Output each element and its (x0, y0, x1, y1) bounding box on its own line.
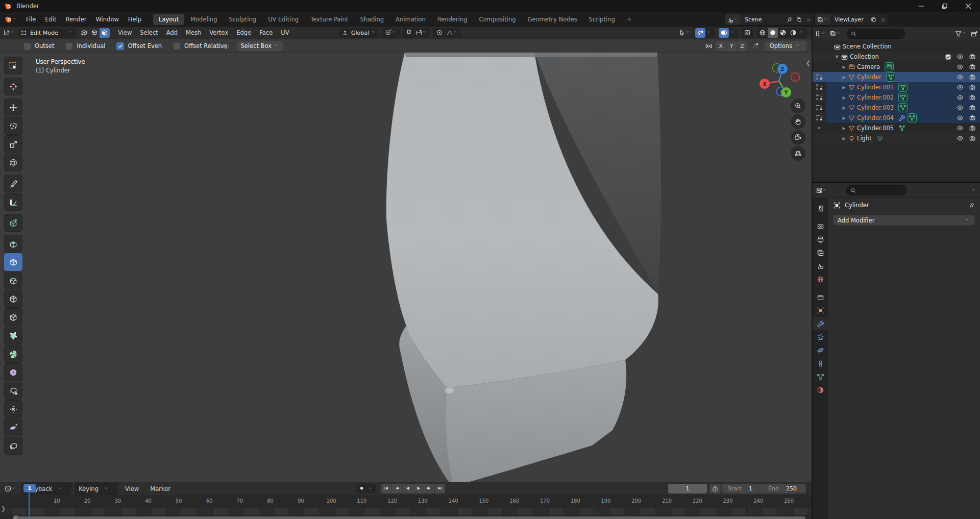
tool-inset-faces[interactable] (4, 253, 22, 271)
viewport-canvas[interactable]: User Perspective (1) Cylinder Z X Y ❮ (0, 53, 812, 482)
solid-shading-button[interactable] (768, 28, 778, 38)
object-label[interactable]: Cylinder.001 (857, 84, 894, 91)
disclosure-arrow[interactable]: ▶ (840, 65, 848, 69)
editor-type-properties-icon[interactable] (816, 187, 823, 194)
outliner-row-camera[interactable]: ▶Camera (813, 62, 980, 72)
outliner-row-light[interactable]: ▶Light (813, 133, 980, 143)
outliner-search-input[interactable] (847, 29, 905, 39)
tool-move[interactable] (4, 98, 22, 116)
object-label[interactable]: Cylinder.005 (857, 125, 894, 132)
workspace-tab-shading[interactable]: Shading (354, 14, 389, 25)
hide-eye-icon[interactable] (957, 63, 964, 70)
menu-window[interactable]: Window (91, 14, 123, 25)
mesh-data-badge[interactable] (898, 125, 905, 132)
previous-keyframe-button[interactable] (392, 484, 403, 493)
timeline-scrollbar[interactable] (14, 516, 805, 519)
camera-restrict-icon[interactable] (969, 104, 976, 111)
properties-search-input[interactable] (846, 185, 906, 195)
tool-bevel[interactable] (4, 271, 22, 289)
disclosure-arrow[interactable]: ▼ (833, 55, 841, 59)
outliner-row-cylinder[interactable]: ▶Cylinder (813, 72, 980, 82)
properties-tab-view-layer[interactable] (813, 246, 828, 259)
overlays-dropdown[interactable] (729, 28, 737, 38)
snap-base-icon[interactable] (752, 42, 759, 50)
pivot-point-dropdown[interactable] (383, 28, 399, 38)
hide-eye-icon[interactable] (957, 135, 964, 142)
hide-eye-icon[interactable] (957, 104, 964, 111)
xray-toggle[interactable] (741, 28, 753, 38)
disclosure-arrow[interactable]: ▶ (840, 75, 848, 80)
delete-scene-button[interactable] (804, 17, 813, 23)
tool-annotate[interactable] (4, 175, 22, 192)
proportional-edit-toggle[interactable] (434, 28, 445, 38)
mirror-axis-y-button[interactable]: Y (726, 41, 737, 52)
camera-restrict-icon[interactable] (969, 84, 976, 91)
chevron-down-icon[interactable] (972, 188, 977, 193)
outliner-row-cylinder-001[interactable]: ▶Cylinder.001 (813, 82, 980, 92)
show-gizmo-toggle[interactable] (695, 28, 705, 38)
mesh-data-boxed[interactable] (898, 93, 908, 102)
playhead-line[interactable] (29, 492, 30, 519)
menu-render[interactable]: Render (61, 14, 91, 25)
mesh-data-boxed[interactable] (898, 103, 908, 112)
menu-file[interactable]: File (21, 14, 40, 25)
properties-tab-particles[interactable] (813, 330, 828, 343)
properties-tab-scene[interactable] (813, 259, 828, 273)
object-label[interactable]: Light (857, 135, 872, 142)
nav-camera-view-button[interactable] (791, 130, 805, 145)
timeline-expand-arrow[interactable]: ❯ (1, 505, 6, 512)
viewport-menu-add[interactable]: Add (162, 27, 182, 38)
workspace-tab--[interactable]: + (621, 14, 638, 25)
gizmo-dropdown[interactable] (705, 28, 714, 38)
timeline-track-area[interactable] (0, 508, 812, 515)
camera-restrict-icon[interactable] (969, 73, 976, 81)
mesh-data-boxed[interactable] (898, 83, 908, 92)
workspace-tab-geometry-nodes[interactable]: Geometry Nodes (522, 14, 583, 25)
new-collection-icon[interactable] (970, 30, 978, 38)
edge-select-mode-button[interactable] (89, 28, 100, 38)
minimize-button[interactable] (910, 0, 933, 12)
playhead-badge[interactable]: 1 (23, 484, 36, 492)
editor-type-timeline-icon[interactable] (4, 485, 12, 492)
tool-edge-slide[interactable] (4, 382, 22, 400)
checkbox-individual[interactable]: Individual (65, 42, 105, 50)
properties-tab-physics[interactable] (813, 343, 828, 357)
disclosure-arrow[interactable]: ▶ (840, 136, 848, 141)
tool-scale[interactable] (4, 135, 22, 153)
tool-shear[interactable] (4, 418, 22, 436)
jump-to-start-button[interactable] (381, 484, 392, 493)
tool-select-box[interactable] (4, 57, 22, 75)
snap-target-dropdown[interactable] (414, 28, 429, 38)
outliner-row-cylinder-002[interactable]: ▶Cylinder.002 (813, 92, 980, 103)
play-button[interactable] (413, 484, 424, 493)
hide-eye-icon[interactable] (957, 114, 964, 121)
properties-tab-collection[interactable] (813, 290, 828, 304)
object-label[interactable]: Camera (857, 63, 880, 70)
workspace-tab-uv-editing[interactable]: UV Editing (262, 14, 304, 25)
properties-tab-render[interactable] (813, 219, 828, 233)
nav-zoom-button[interactable] (791, 98, 805, 113)
properties-tab-object[interactable] (813, 304, 828, 317)
vertex-select-mode-button[interactable] (79, 28, 89, 38)
checkbox-offset-even[interactable]: Offset Even (116, 42, 162, 50)
tool-rotate[interactable] (4, 117, 22, 135)
tool-shrink-fatten[interactable] (4, 400, 22, 418)
editor-type-outliner-icon[interactable] (815, 30, 822, 37)
use-preview-range-button[interactable] (709, 484, 721, 493)
auto-keying-toggle[interactable] (357, 484, 367, 493)
sidebar-collapse-arrow[interactable]: ❮ (806, 60, 811, 66)
restore-button[interactable] (933, 0, 957, 12)
properties-tab-object-data[interactable] (813, 370, 828, 383)
workspace-tab-texture-paint[interactable]: Texture Paint (305, 14, 354, 25)
blender-menu-button[interactable] (3, 14, 19, 24)
workspace-tab-sculpting[interactable]: Sculpting (223, 14, 262, 25)
workspace-tab-rendering[interactable]: Rendering (432, 14, 473, 25)
tool-smooth[interactable] (4, 363, 22, 381)
workspace-tab-modeling[interactable]: Modeling (185, 14, 223, 25)
properties-tab-modifiers[interactable] (813, 317, 828, 330)
properties-tab-constraints[interactable] (813, 357, 828, 370)
frame-end-field[interactable]: End 250 (759, 484, 806, 493)
wireframe-shading-button[interactable] (757, 28, 768, 38)
disclosure-arrow[interactable]: ▶ (840, 85, 848, 90)
pin-icon[interactable] (968, 202, 975, 209)
